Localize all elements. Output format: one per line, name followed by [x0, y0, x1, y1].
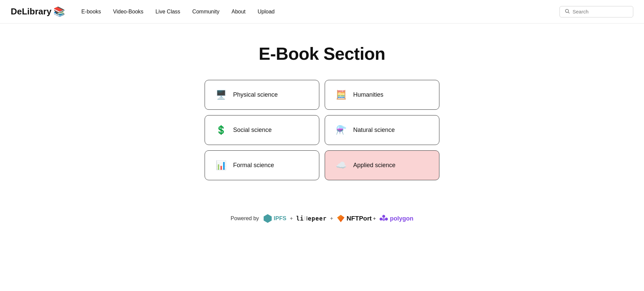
applied-science-icon: ☁️	[336, 160, 346, 171]
livepeer-label: li⁝⁝epeer	[296, 215, 327, 222]
ipfs-label: IPFS	[274, 215, 286, 222]
nav-liveclass[interactable]: Live Class	[156, 9, 180, 15]
footer-logo-ipfs: IPFS	[263, 214, 286, 223]
social-science-label: Social science	[233, 127, 272, 134]
navbar: DeLibrary 📚 E-books Video-Books Live Cla…	[0, 0, 644, 23]
natural-science-label: Natural science	[353, 127, 395, 134]
nav-links: E-books Video-Books Live Class Community…	[81, 9, 559, 15]
search-bar[interactable]	[559, 6, 633, 17]
svg-marker-2	[264, 214, 272, 223]
brand-name: DeLibrary	[11, 6, 51, 17]
footer-powered-text: Powered by	[231, 215, 259, 222]
category-card-natural-science[interactable]: ⚗️ Natural science	[325, 115, 439, 145]
svg-line-1	[568, 12, 570, 13]
svg-point-0	[566, 9, 569, 12]
formal-science-icon: 📊	[216, 160, 226, 171]
polygon-icon	[379, 214, 388, 223]
category-card-formal-science[interactable]: 📊 Formal science	[205, 150, 319, 180]
brand-logo[interactable]: DeLibrary 📚	[11, 6, 65, 17]
footer-logo-polygon: polygon	[379, 214, 413, 223]
physical-science-label: Physical science	[233, 91, 278, 98]
sep-2: +	[330, 215, 333, 222]
category-card-humanities[interactable]: 🧮 Humanities	[325, 80, 439, 110]
brand-emoji: 📚	[53, 6, 65, 17]
polygon-label: polygon	[390, 215, 413, 222]
humanities-icon: 🧮	[336, 90, 346, 100]
nav-ebooks[interactable]: E-books	[81, 9, 101, 15]
physical-science-icon: 🖥️	[216, 90, 226, 100]
footer-logos: IPFS + li⁝⁝epeer + NFTPort +	[263, 214, 413, 223]
nftport-plus: +	[373, 216, 376, 221]
search-icon	[565, 8, 570, 15]
applied-science-label: Applied science	[353, 162, 395, 169]
nav-videobooks[interactable]: Video-Books	[113, 9, 143, 15]
diamond-icon	[336, 214, 345, 223]
category-card-physical-science[interactable]: 🖥️ Physical science	[205, 80, 319, 110]
svg-marker-3	[337, 215, 344, 222]
main-content: E-Book Section 🖥️ Physical science 🧮 Hum…	[0, 23, 644, 194]
footer-logo-livepeer: li⁝⁝epeer	[296, 215, 327, 222]
search-input[interactable]	[573, 9, 628, 14]
ipfs-icon	[263, 214, 272, 223]
humanities-label: Humanities	[353, 91, 383, 98]
category-card-applied-science[interactable]: ☁️ Applied science	[325, 150, 439, 180]
page-title: E-Book Section	[259, 44, 385, 64]
natural-science-icon: ⚗️	[336, 125, 346, 135]
nav-about[interactable]: About	[231, 9, 246, 15]
formal-science-label: Formal science	[233, 162, 274, 169]
footer: Powered by IPFS + li⁝⁝epeer +	[0, 194, 644, 233]
nftport-label: NFTPort	[346, 215, 372, 222]
category-grid: 🖥️ Physical science 🧮 Humanities 💲 Socia…	[205, 80, 439, 180]
sep-1: +	[290, 215, 293, 222]
social-science-icon: 💲	[216, 125, 226, 135]
category-card-social-science[interactable]: 💲 Social science	[205, 115, 319, 145]
footer-logo-nftport: NFTPort +	[336, 214, 376, 223]
nav-upload[interactable]: Upload	[258, 9, 275, 15]
nav-community[interactable]: Community	[192, 9, 219, 15]
